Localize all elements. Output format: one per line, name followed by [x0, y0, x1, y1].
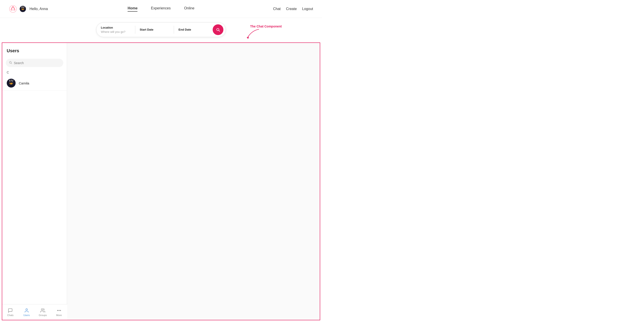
end-date-label: End Date — [178, 28, 208, 31]
chat-link[interactable]: Chat — [273, 7, 281, 11]
greeting-text: Hello, Anna — [30, 7, 48, 11]
main-nav: Home Experiences Online — [128, 6, 194, 11]
nav-online[interactable]: Online — [184, 6, 194, 11]
section-letter-c: C — [2, 67, 67, 76]
chat-component: Users C — [2, 42, 320, 320]
chat-main — [67, 43, 320, 320]
groups-icon — [40, 308, 45, 313]
location-placeholder: Where will you go? — [101, 30, 126, 33]
header-right: Chat Create Logout — [273, 7, 313, 11]
svg-point-14 — [60, 310, 61, 311]
nav-home[interactable]: Home — [128, 6, 138, 11]
create-link[interactable]: Create — [286, 7, 297, 11]
sidebar-title: Users — [7, 48, 62, 53]
user-avatar-header-icon — [20, 6, 26, 12]
bottom-nav-more[interactable]: More — [51, 305, 67, 320]
annotation: The Chat Component — [246, 24, 282, 39]
svg-point-5 — [10, 61, 11, 63]
airbnb-logo-icon[interactable] — [9, 5, 17, 13]
user-name: Camila — [19, 81, 29, 85]
bottom-nav: Chats Users Groups — [2, 304, 67, 320]
svg-point-8 — [10, 83, 11, 83]
header-left: Hello, Anna — [9, 5, 48, 13]
user-search-input[interactable] — [14, 61, 60, 65]
list-item[interactable]: Camila — [2, 76, 67, 90]
search-button[interactable] — [213, 24, 224, 35]
search-icon — [216, 27, 220, 32]
logout-link[interactable]: Logout — [302, 7, 313, 11]
camila-avatar-icon — [7, 79, 16, 87]
sidebar-header: Users — [2, 43, 67, 57]
users-label: Users — [23, 314, 30, 317]
groups-label: Groups — [39, 314, 47, 317]
svg-point-10 — [26, 309, 27, 310]
chat-icon — [8, 308, 13, 313]
bottom-nav-users[interactable]: Users — [18, 305, 35, 320]
chats-label: Chats — [7, 314, 14, 317]
avatar — [7, 79, 16, 87]
more-icon — [56, 308, 62, 313]
svg-point-12 — [57, 310, 58, 311]
svg-point-2 — [22, 8, 22, 9]
user-search-icon — [9, 61, 12, 65]
bottom-nav-groups[interactable]: Groups — [35, 305, 51, 320]
end-date-field[interactable]: End Date — [174, 26, 213, 34]
nav-experiences[interactable]: Experiences — [151, 6, 170, 11]
svg-point-13 — [58, 310, 59, 311]
bottom-nav-chats[interactable]: Chats — [2, 305, 18, 320]
annotation-text: The Chat Component — [250, 24, 282, 28]
search-bar: Location Where will you go? Start Date E… — [96, 22, 226, 37]
location-field[interactable]: Location Where will you go? — [96, 24, 135, 36]
annotation-arrow-icon — [246, 28, 264, 39]
start-date-field[interactable]: Start Date — [135, 26, 174, 34]
svg-point-9 — [12, 83, 12, 83]
svg-point-11 — [41, 309, 43, 310]
user-search-wrapper[interactable] — [6, 59, 63, 67]
users-icon — [24, 308, 29, 313]
svg-point-3 — [23, 8, 24, 9]
sidebar: Users C — [2, 43, 67, 320]
location-label: Location — [101, 26, 130, 29]
header: Hello, Anna Home Experiences Online Chat… — [0, 0, 322, 18]
more-label: More — [56, 314, 62, 317]
start-date-label: Start Date — [140, 28, 170, 31]
